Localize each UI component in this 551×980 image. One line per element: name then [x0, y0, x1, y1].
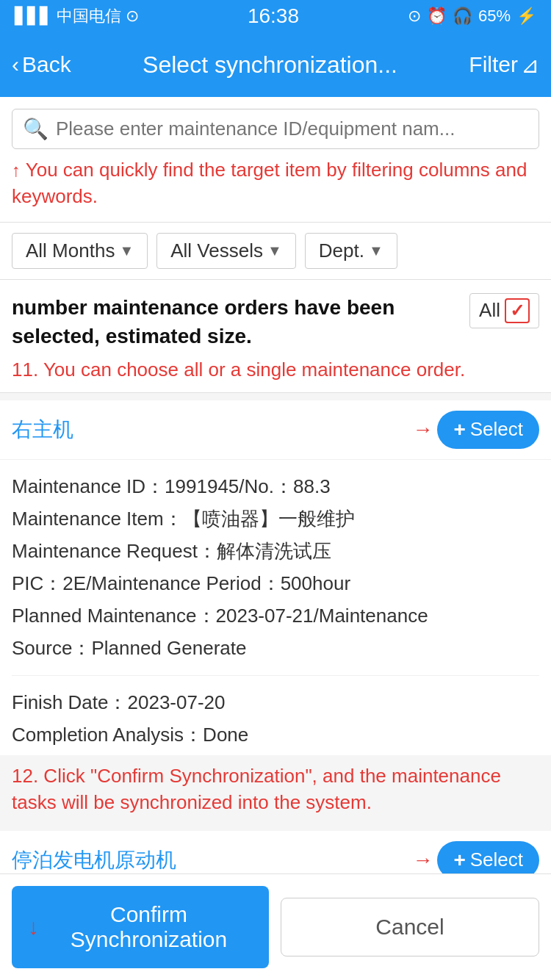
selection-instruction: 11. You can choose all or a single maint…: [12, 356, 539, 383]
selection-header-card: number maintenance orders have been sele…: [0, 280, 551, 393]
card-1-select-button[interactable]: + Select: [437, 411, 539, 449]
months-filter-label: All Months: [26, 239, 115, 262]
card-1-title: 右主机: [12, 416, 73, 444]
search-section: 🔍 ↑ You can quickly find the target item…: [0, 97, 551, 223]
all-label: All: [479, 299, 500, 322]
search-box: 🔍: [12, 109, 539, 149]
nav-title: Select synchronization...: [143, 51, 397, 79]
card-1-header: 右主机 → + Select: [0, 400, 551, 460]
vessels-filter-label: All Vessels: [170, 239, 263, 262]
annotation-2-text: 12. Click "Confirm Synchronization", and…: [0, 755, 551, 824]
vessels-filter-button[interactable]: All Vessels ▼: [156, 233, 296, 269]
back-label: Back: [22, 52, 71, 77]
tooltip-text: ↑ You can quickly find the target item b…: [12, 156, 539, 210]
card-1-section-2: Finish Date：2023-07-20 Completion Analys…: [0, 676, 551, 755]
plus-icon: +: [453, 418, 465, 442]
maintenance-card-1: 右主机 → + Select Maintenance ID：1991945/No…: [0, 400, 551, 756]
status-carrier: ▋▋▋ 中国电信 ⊙: [15, 5, 139, 27]
nav-bar: ‹ Back Select synchronization... Filter …: [0, 32, 551, 97]
filter-button[interactable]: Filter ⊿: [469, 52, 539, 78]
checkmark-icon: ✓: [510, 300, 525, 321]
dept-filter-button[interactable]: Dept. ▼: [305, 233, 397, 269]
status-bar: ▋▋▋ 中国电信 ⊙ 16:38 ⊙ ⏰ 🎧 65% ⚡: [0, 0, 551, 32]
carrier-name: 中国电信: [57, 5, 121, 27]
confirm-label: Confirm Synchronization: [45, 902, 253, 952]
filter-icon: ⊿: [521, 52, 539, 78]
headphone-icon: 🎧: [453, 7, 472, 26]
all-checkbox-area[interactable]: All ✓: [469, 293, 539, 328]
status-time: 16:38: [248, 4, 299, 28]
search-icon: 🔍: [23, 117, 48, 141]
dept-chevron-icon: ▼: [369, 242, 383, 259]
signal-icon: ▋▋▋: [15, 7, 52, 26]
filter-label: Filter: [469, 52, 518, 77]
card-1-row-6: Source：Planned Generate: [12, 632, 539, 664]
vessels-chevron-icon: ▼: [267, 242, 282, 259]
card-1-finish-date: Finish Date：2023-07-20: [12, 686, 539, 718]
wifi-icon: ⊙: [126, 7, 139, 26]
selection-header-text: number maintenance orders have been sele…: [12, 293, 461, 350]
card-1-select-label: Select: [470, 418, 523, 441]
confirm-arrow-icon: ↓: [28, 915, 39, 940]
card-1-row-5: Planned Maintenance：2023-07-21/Maintenan…: [12, 599, 539, 632]
card-1-row-2: Maintenance Item：【喷油器】一般维护: [12, 502, 539, 535]
card-1-completion: Completion Analysis：Done: [12, 718, 539, 751]
search-input[interactable]: [56, 118, 528, 140]
battery-icon: ⚡: [516, 7, 536, 26]
status-right: ⊙ ⏰ 🎧 65% ⚡: [408, 7, 536, 26]
back-button[interactable]: ‹ Back: [12, 52, 71, 77]
card-1-row-1: Maintenance ID：1991945/No.：88.3: [12, 470, 539, 502]
back-chevron-icon: ‹: [12, 52, 19, 77]
alarm-icon: ⏰: [427, 7, 447, 26]
filter-row: All Months ▼ All Vessels ▼ Dept. ▼: [0, 223, 551, 280]
card-2-title: 停泊发电机原动机: [12, 846, 176, 874]
card-2-arrow-icon: →: [412, 849, 433, 872]
select-all-checkbox[interactable]: ✓: [505, 298, 530, 323]
months-chevron-icon: ▼: [119, 242, 134, 259]
dept-filter-label: Dept.: [319, 239, 364, 262]
plus-icon-2: +: [453, 849, 465, 872]
card-1-row-4: PIC：2E/Maintenance Period：500hour: [12, 567, 539, 599]
card-1-row-3: Maintenance Request：解体清洗试压: [12, 535, 539, 567]
card-1-body: Maintenance ID：1991945/No.：88.3 Maintena…: [0, 460, 551, 675]
bottom-bar: ↓ Confirm Synchronization Cancel: [0, 873, 551, 980]
confirm-sync-button[interactable]: ↓ Confirm Synchronization: [12, 886, 269, 968]
location-icon: ⊙: [408, 7, 421, 26]
arrow-icon: ↑: [12, 158, 21, 183]
battery-level: 65%: [478, 7, 511, 26]
card-1-arrow-icon: →: [412, 418, 433, 442]
months-filter-button[interactable]: All Months ▼: [12, 233, 148, 269]
card-2-select-label: Select: [470, 849, 523, 871]
cancel-button[interactable]: Cancel: [281, 898, 539, 956]
